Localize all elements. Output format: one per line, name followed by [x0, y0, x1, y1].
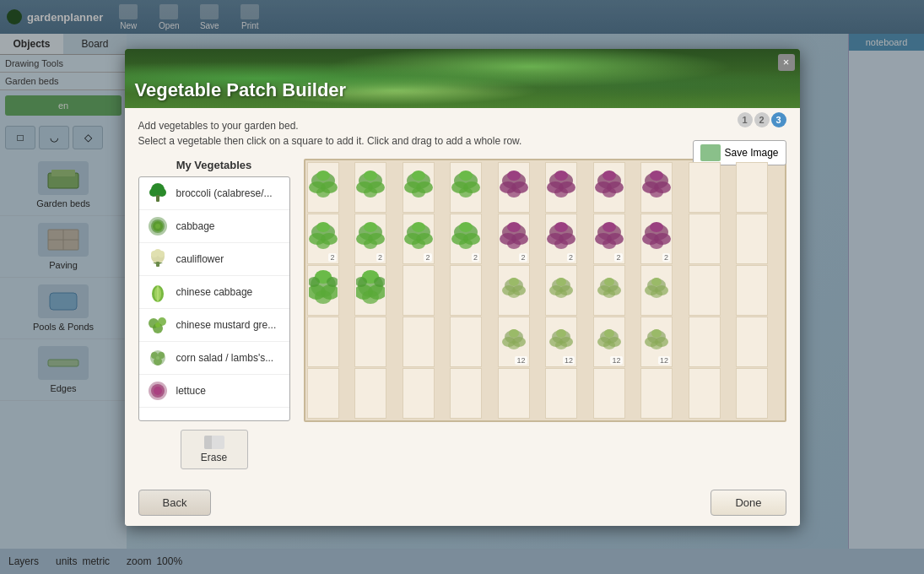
svg-point-53	[459, 171, 473, 181]
grid-cell[interactable]	[736, 317, 768, 367]
grid-cell[interactable]: 12	[593, 317, 625, 367]
veg-item-corn-salad[interactable]: corn salad / lambs's...	[139, 342, 289, 375]
modal-close-button[interactable]: ×	[778, 54, 795, 71]
instructions: Add vegetables to your garden bed. Selec…	[138, 118, 786, 149]
grid-cell[interactable]	[354, 317, 386, 367]
grid-cell[interactable]	[307, 162, 339, 213]
grid-cell[interactable]	[689, 368, 721, 419]
step-3: 3	[771, 112, 786, 127]
cell-count: 12	[610, 356, 622, 365]
svg-point-39	[316, 187, 330, 198]
back-button[interactable]: Back	[138, 490, 212, 516]
cell-count: 2	[376, 253, 384, 262]
grid-cell[interactable]	[593, 162, 625, 213]
svg-point-167	[651, 329, 662, 338]
grid-cell[interactable]	[689, 317, 721, 367]
grid-cell[interactable]	[354, 162, 386, 213]
svg-rect-19	[156, 262, 159, 267]
grid-cell[interactable]	[403, 162, 435, 213]
veg-item-lettuce[interactable]: lettuce	[139, 375, 289, 408]
grid-cell[interactable]	[640, 265, 673, 316]
svg-point-143	[603, 290, 615, 298]
grid-cell[interactable]	[403, 317, 435, 367]
grid-cell[interactable]: 2	[354, 214, 386, 264]
grid-cell[interactable]: 2	[593, 214, 625, 264]
veg-item-cabbage[interactable]: cabbage	[139, 210, 289, 243]
svg-point-133	[508, 290, 520, 298]
grid-cell[interactable]: 2	[640, 214, 673, 264]
cell-count: 12	[563, 356, 575, 365]
cell-count: 2	[614, 253, 622, 262]
grid-cell[interactable]	[450, 162, 482, 213]
cauliflower-label: cauliflower	[176, 253, 224, 265]
veg-item-chinese-mustard[interactable]: chinese mustard gre...	[139, 309, 289, 342]
grid-cell[interactable]	[403, 265, 435, 316]
grid-cell[interactable]	[354, 265, 386, 316]
grid-cell[interactable]	[593, 265, 625, 316]
step-indicators: 1 2 3	[738, 112, 786, 127]
svg-point-44	[364, 187, 377, 198]
svg-point-89	[412, 239, 425, 249]
veg-item-chinese-cabbage[interactable]: chinese cabbage	[139, 276, 289, 309]
grid-cell[interactable]	[545, 162, 577, 213]
grid-cell[interactable]: 2	[307, 214, 339, 264]
svg-point-38	[316, 171, 330, 181]
grid-cell[interactable]	[307, 368, 339, 419]
grid-area: 2 2 2 2	[304, 159, 786, 469]
svg-point-119	[315, 290, 332, 304]
svg-point-137	[556, 278, 566, 286]
cell-count: 2	[662, 253, 670, 262]
grid-cell[interactable]	[498, 265, 530, 316]
grid-cell[interactable]: 2	[403, 214, 435, 264]
svg-point-83	[364, 222, 377, 232]
chinese-mustard-icon	[146, 313, 170, 337]
modal-overlay: Vegetable Patch Builder × 1 2 3 Add vege…	[0, 0, 924, 574]
instruction-line1: Add vegetables to your garden bed.	[138, 118, 786, 133]
step-1: 1	[738, 112, 753, 127]
grid-cell[interactable]	[689, 162, 721, 213]
svg-point-98	[507, 222, 521, 232]
grid-cell[interactable]	[545, 265, 577, 316]
grid-cell[interactable]	[689, 265, 721, 316]
grid-cell[interactable]	[736, 214, 768, 264]
svg-point-113	[650, 222, 663, 232]
grid-cell[interactable]	[403, 368, 435, 419]
grid-cell[interactable]	[450, 368, 482, 419]
veg-item-broccoli[interactable]: broccoli (calabrese/...	[139, 177, 289, 210]
grid-cell[interactable]	[498, 368, 530, 419]
erase-button[interactable]: Erase	[181, 430, 248, 469]
grid-cell[interactable]	[736, 368, 768, 419]
modal-footer: Back Done	[125, 479, 800, 526]
grid-cell[interactable]	[545, 368, 577, 419]
cell-count: 2	[424, 253, 431, 262]
grid-cell[interactable]	[689, 214, 721, 264]
veg-item-cauliflower[interactable]: cauliflower	[139, 243, 289, 276]
grid-cell[interactable]	[450, 317, 482, 367]
eraser-icon	[204, 436, 224, 449]
modal-header: Vegetable Patch Builder ×	[125, 49, 800, 108]
grid-cell[interactable]	[640, 368, 673, 419]
grid-cell[interactable]: 2	[450, 214, 482, 264]
grid-cell[interactable]: 12	[640, 317, 673, 367]
grid-cell[interactable]	[307, 265, 339, 316]
grid-cell[interactable]	[307, 317, 339, 367]
grid-cell[interactable]	[640, 162, 673, 213]
svg-point-79	[316, 239, 330, 249]
grid-cell[interactable]	[736, 162, 768, 213]
grid-cell[interactable]	[593, 368, 625, 419]
veg-list: broccoli (calabrese/...	[138, 176, 290, 421]
veg-grid[interactable]: 2 2 2 2	[304, 159, 786, 422]
svg-point-78	[316, 222, 330, 232]
grid-cell[interactable]	[736, 265, 768, 316]
modal-title: Vegetable Patch Builder	[135, 79, 347, 101]
grid-cell[interactable]	[498, 162, 530, 213]
grid-cell[interactable]: 12	[545, 317, 577, 367]
svg-point-126	[362, 290, 379, 304]
done-button[interactable]: Done	[711, 490, 786, 516]
grid-cell[interactable]	[354, 368, 386, 419]
svg-point-148	[651, 290, 662, 298]
grid-cell[interactable]: 12	[498, 317, 530, 367]
grid-cell[interactable]: 2	[545, 214, 577, 264]
grid-cell[interactable]	[450, 265, 482, 316]
grid-cell[interactable]: 2	[498, 214, 530, 264]
